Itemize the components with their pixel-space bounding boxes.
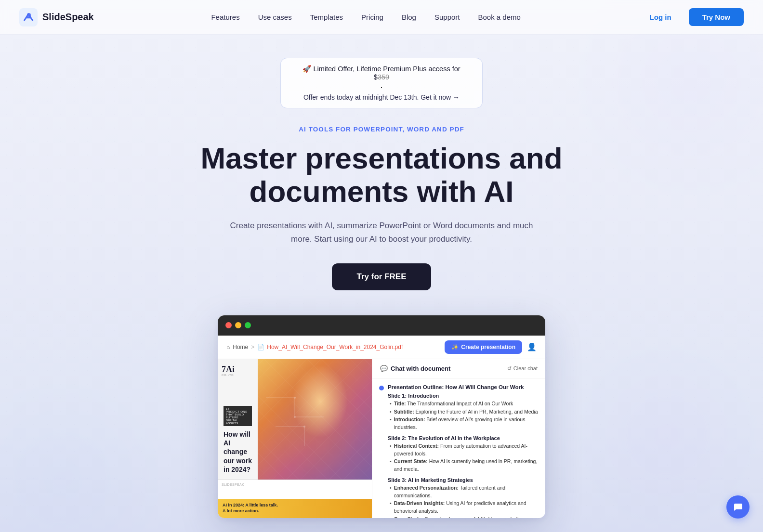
nav-features[interactable]: Features: [203, 9, 247, 25]
try-now-button[interactable]: Try Now: [689, 8, 744, 26]
chat-bullet-2-2: Current State: How AI is currently being…: [388, 458, 539, 473]
chat-bullet-2-1: Historical Context: From early automatio…: [388, 442, 539, 458]
svg-rect-1: [27, 13, 31, 18]
chat-bullet-3-3: Case Study: Example of a successful AI-d…: [388, 516, 539, 518]
brand-name: SlideSpeak: [42, 12, 94, 23]
slide-logo-text: 7Ai: [222, 365, 235, 374]
promo-bullet: ·: [294, 83, 469, 91]
slide-thumbnail: SLIDESPEAK AI in 2024: A little less tal…: [218, 480, 372, 518]
chat-section-3: Slide 3: AI in Marketing Strategies Enha…: [388, 477, 539, 518]
try-free-button[interactable]: Try for FREE: [332, 263, 432, 290]
chat-body: Presentation Outline: How AI Will Change…: [372, 378, 545, 518]
chat-section-2: Slide 2: The Evolution of AI in the Work…: [388, 435, 539, 473]
nav-templates[interactable]: Templates: [303, 9, 351, 25]
promo-banner[interactable]: 🚀 Limited Offer, Lifetime Premium Plus a…: [280, 58, 483, 108]
user-icon: 👤: [527, 342, 537, 351]
chat-section-2-title: Slide 2: The Evolution of AI in the Work…: [388, 435, 539, 441]
chat-bullet-3-1: Enhanced Personalization: Tailored conte…: [388, 484, 539, 500]
hero-subtitle-tag: AI TOOLS FOR POWERPOINT, WORD AND PDF: [299, 126, 464, 133]
slide-image: 7Ai CO.LTD 15 PREDICTIONS THAT BUILD FUT…: [218, 359, 372, 480]
slide-logo-sub: CO.LTD: [222, 374, 235, 376]
logo-link[interactable]: SlideSpeak: [19, 8, 94, 26]
slide-panel: 7Ai CO.LTD 15 PREDICTIONS THAT BUILD FUT…: [218, 359, 372, 518]
wand-icon: ✨: [451, 344, 459, 350]
nav-links: Features Use cases Templates Pricing Blo…: [203, 9, 528, 25]
slide-thumb-line1: AI in 2024: A little less talk.: [223, 503, 278, 507]
chat-bullet-1-1: Title: The Transformational Impact of AI…: [388, 400, 539, 408]
support-chat-widget[interactable]: [726, 495, 750, 519]
clear-chat-label: Clear chat: [513, 365, 538, 371]
promo-price: 359: [378, 73, 389, 81]
chat-bullet-1-3: Introduction: Brief overview of AI's gro…: [388, 416, 539, 431]
pdf-icon: 📄: [257, 344, 264, 350]
app-screenshot: ⌂ Home > 📄 How_AI_Will_Change_Our_Work_i…: [218, 315, 545, 518]
window-minimize-dot: [235, 322, 241, 328]
chat-bubble: Presentation Outline: How AI Will Change…: [388, 384, 539, 518]
nav-use-cases[interactable]: Use cases: [250, 9, 300, 25]
promo-line2: Offer ends today at midnight Dec 13th. G…: [294, 93, 469, 101]
slide-tag-strip: 15 PREDICTIONS THAT BUILD FUTURE DIGITAL…: [224, 406, 252, 426]
chat-panel: 💬 Chat with document ↺ Clear chat Pr: [372, 359, 545, 518]
nav-book-demo[interactable]: Book a demo: [471, 9, 528, 25]
breadcrumb-home: Home: [233, 344, 248, 350]
chat-title-label: Chat with document: [391, 365, 450, 372]
circuit-svg: [256, 359, 372, 480]
home-icon: ⌂: [226, 344, 230, 350]
chat-message: Presentation Outline: How AI Will Change…: [379, 384, 539, 518]
slide-thumb-label: SLIDESPEAK: [222, 483, 244, 486]
slide-heading-line2: our work in 2024?: [224, 457, 252, 473]
logo-icon: [19, 8, 38, 26]
breadcrumb-sep: >: [251, 344, 254, 350]
svg-point-7: [294, 397, 296, 399]
slide-thumb-line2: A lot more action.: [223, 508, 259, 513]
app-main-content: 7Ai CO.LTD 15 PREDICTIONS THAT BUILD FUT…: [218, 359, 545, 518]
slide-heading-line1: How will AI change: [224, 430, 250, 455]
toolbar-right: ✨ Create presentation 👤: [445, 340, 537, 354]
slide-portrait-bg: [256, 359, 372, 480]
hero-headline-line1: Master presentations and: [200, 142, 562, 175]
clear-chat-button[interactable]: ↺ Clear chat: [507, 365, 538, 372]
chat-icon: 💬: [380, 365, 388, 372]
nav-pricing[interactable]: Pricing: [354, 9, 391, 25]
breadcrumb-filename: How_AI_Will_Change_Our_Work_in_2024_Goli…: [267, 344, 403, 350]
svg-point-9: [303, 426, 305, 428]
chat-bullet-1-2: Subtitle: Exploring the Future of AI in …: [388, 408, 539, 416]
chat-section-1-title: Slide 1: Introduction: [388, 393, 539, 399]
hero-description: Create presentations with AI, summarize …: [227, 219, 536, 246]
window-chrome: [218, 315, 545, 336]
svg-point-8: [294, 416, 296, 418]
slide-left-bar: 7Ai CO.LTD 15 PREDICTIONS THAT BUILD FUT…: [218, 359, 258, 480]
navbar: SlideSpeak Features Use cases Templates …: [0, 0, 763, 35]
hero-headline: Master presentations and documents with …: [200, 142, 562, 208]
hero-section: 🚀 Limited Offer, Lifetime Premium Plus a…: [0, 35, 763, 518]
promo-line1: 🚀 Limited Offer, Lifetime Premium Plus a…: [294, 65, 469, 81]
hero-headline-line2: documents with AI: [250, 175, 514, 208]
chat-header: 💬 Chat with document ↺ Clear chat: [372, 359, 545, 378]
app-toolbar: ⌂ Home > 📄 How_AI_Will_Change_Our_Work_i…: [218, 336, 545, 359]
nav-actions: Log in Try Now: [638, 8, 744, 26]
chat-section-3-title: Slide 3: AI in Marketing Strategies: [388, 477, 539, 483]
chat-widget-icon: [733, 502, 743, 512]
slide-logo-area: 7Ai CO.LTD: [222, 365, 235, 376]
login-button[interactable]: Log in: [638, 8, 683, 26]
create-presentation-button[interactable]: ✨ Create presentation: [445, 340, 522, 354]
user-indicator-dot: [379, 386, 384, 390]
chat-bullet-3-2: Data-Driven Insights: Using AI for predi…: [388, 500, 539, 515]
slide-preview-main: 7Ai CO.LTD 15 PREDICTIONS THAT BUILD FUT…: [218, 359, 372, 480]
create-pres-label: Create presentation: [461, 344, 515, 350]
slide-heading: How will AI change our work in 2024?: [224, 430, 252, 474]
chat-bubble-title: Presentation Outline: How AI Will Change…: [388, 384, 539, 390]
window-maximize-dot: [245, 322, 251, 328]
window-close-dot: [225, 322, 232, 328]
chat-title: 💬 Chat with document: [380, 365, 450, 372]
chat-section-1: Slide 1: Introduction Title: The Transfo…: [388, 393, 539, 431]
breadcrumb-file: 📄 How_AI_Will_Change_Our_Work_in_2024_Go…: [257, 344, 403, 350]
nav-support[interactable]: Support: [427, 9, 468, 25]
slide-thumb-text: AI in 2024: A little less talk. A lot mo…: [223, 502, 367, 514]
refresh-icon: ↺: [507, 365, 512, 372]
app-breadcrumb: ⌂ Home > 📄 How_AI_Will_Change_Our_Work_i…: [226, 344, 403, 350]
nav-blog[interactable]: Blog: [394, 9, 424, 25]
